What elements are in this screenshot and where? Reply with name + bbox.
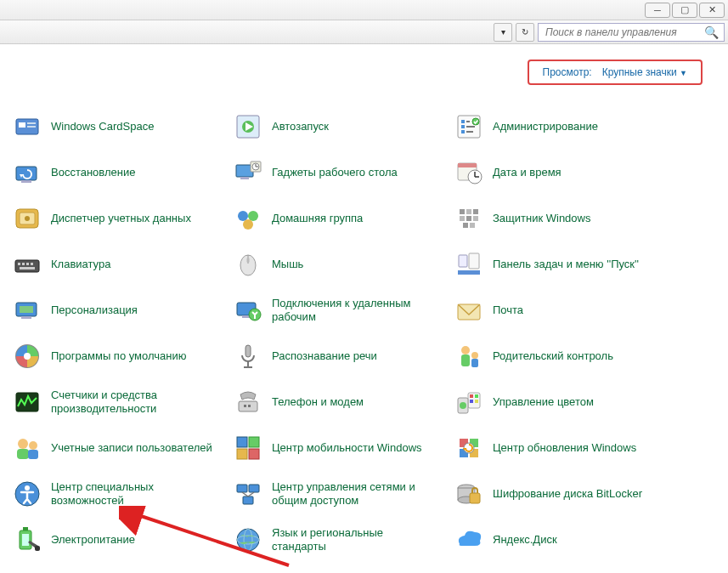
- svg-rect-71: [248, 405, 251, 407]
- svg-point-60: [24, 353, 31, 360]
- svg-rect-80: [17, 449, 29, 459]
- item-recovery[interactable]: Восстановление: [8, 155, 229, 190]
- item-label: Центр обновления Windows: [493, 441, 636, 455]
- item-label: Дата и время: [493, 166, 562, 179]
- item-label: Гаджеты рабочего стола: [272, 166, 398, 179]
- search-input[interactable]: [544, 26, 704, 39]
- svg-rect-44: [31, 263, 33, 265]
- svg-rect-97: [243, 496, 253, 504]
- item-admin-tools[interactable]: Администрирование: [450, 109, 671, 145]
- homegroup-icon: [233, 203, 263, 234]
- item-mail[interactable]: Почта: [450, 292, 671, 328]
- item-date-time[interactable]: Дата и время: [450, 155, 671, 190]
- item-default-programs[interactable]: Программы по умолчанию: [8, 338, 229, 374]
- svg-rect-84: [249, 437, 259, 447]
- svg-rect-33: [466, 209, 471, 214]
- item-windows-update[interactable]: Центр обновления Windows: [450, 430, 671, 466]
- defender-icon: [454, 203, 484, 234]
- svg-rect-13: [21, 180, 31, 183]
- item-mouse[interactable]: Мышь: [229, 247, 450, 282]
- item-parental[interactable]: Родительский контроль: [450, 338, 671, 374]
- item-label: Восстановление: [51, 166, 135, 179]
- item-label: Клавиатура: [51, 258, 110, 271]
- item-phone-modem[interactable]: Телефон и модем: [229, 384, 450, 420]
- view-mode-value: Крупные значки: [602, 66, 677, 78]
- item-bitlocker[interactable]: Шифрование диска BitLocker: [450, 476, 671, 512]
- item-region-language[interactable]: Язык и региональные стандарты: [229, 522, 450, 558]
- item-ease-of-access[interactable]: Центр специальных возможностей: [8, 476, 229, 512]
- svg-rect-86: [249, 449, 259, 459]
- svg-rect-41: [18, 263, 20, 265]
- svg-rect-105: [23, 527, 28, 530]
- item-network-center[interactable]: Центр управления сетями и общим доступом: [229, 476, 450, 512]
- refresh-button[interactable]: ↻: [516, 23, 534, 42]
- item-label: Электропитание: [51, 533, 135, 547]
- mouse-icon: [233, 249, 263, 280]
- svg-rect-42: [22, 263, 25, 265]
- mail-icon: [454, 295, 484, 326]
- item-label: Персонализация: [51, 304, 138, 317]
- minimize-button[interactable]: ─: [645, 3, 670, 18]
- svg-line-99: [248, 492, 254, 496]
- admin-tools-icon: [454, 111, 484, 142]
- svg-rect-36: [466, 216, 471, 221]
- search-icon[interactable]: 🔍: [704, 26, 719, 39]
- item-label: Почта: [493, 304, 523, 317]
- item-label: Автозапуск: [272, 120, 329, 133]
- item-label: Панель задач и меню ''Пуск'': [493, 258, 639, 271]
- item-label: Яндекс.Диск: [493, 533, 557, 547]
- power-icon: [12, 525, 42, 555]
- item-color[interactable]: Управление цветом: [450, 384, 671, 420]
- item-defender[interactable]: Защитник Windows: [450, 201, 671, 236]
- svg-rect-2: [27, 122, 36, 124]
- color-icon: [454, 387, 484, 417]
- parental-icon: [454, 341, 484, 372]
- toolbar: ▾ ↻ 🔍: [0, 20, 728, 44]
- item-keyboard[interactable]: Клавиатура: [8, 247, 229, 282]
- maximize-button[interactable]: ▢: [672, 3, 697, 18]
- item-label: Администрирование: [493, 120, 598, 133]
- remote-icon: [233, 295, 263, 326]
- svg-point-30: [248, 211, 258, 221]
- item-autoplay[interactable]: Автозапуск: [229, 109, 450, 145]
- item-label: Телефон и модем: [272, 395, 364, 409]
- search-box[interactable]: 🔍: [538, 23, 725, 42]
- svg-rect-50: [469, 253, 479, 269]
- item-label: Распознавание речи: [272, 349, 377, 363]
- titlebar: ─ ▢ ✕: [0, 0, 728, 20]
- view-mode-dropdown[interactable]: Крупные значки ▼: [602, 66, 687, 78]
- svg-point-28: [25, 216, 30, 221]
- autoplay-icon: [233, 111, 263, 142]
- svg-rect-32: [460, 209, 465, 214]
- svg-point-29: [238, 211, 248, 221]
- close-button[interactable]: ✕: [699, 3, 725, 18]
- item-remote-desktop[interactable]: Подключения к удаленным рабочим: [229, 292, 450, 328]
- toolbar-dropdown-button[interactable]: ▾: [494, 23, 512, 42]
- svg-rect-73: [470, 394, 473, 398]
- item-label: Шифрование диска BitLocker: [493, 487, 642, 501]
- keyboard-icon: [12, 249, 42, 280]
- item-user-accounts[interactable]: Учетные записи пользователей: [8, 430, 229, 466]
- item-label: Подключения к удаленным рабочим: [272, 297, 433, 325]
- item-performance[interactable]: Счетчики и средства производительности: [8, 384, 229, 420]
- item-gadgets[interactable]: Гаджеты рабочего стола: [229, 155, 450, 190]
- item-power[interactable]: Электропитание: [8, 522, 229, 558]
- item-label: Язык и региональные стандарты: [272, 526, 433, 554]
- svg-rect-85: [237, 449, 247, 459]
- recovery-icon: [12, 157, 42, 188]
- item-cardspace[interactable]: Windows CardSpace: [8, 109, 229, 145]
- item-personalization[interactable]: Персонализация: [8, 292, 229, 328]
- item-credential-manager[interactable]: Диспетчер учетных данных: [8, 201, 229, 236]
- svg-point-64: [461, 346, 470, 355]
- item-homegroup[interactable]: Домашняя группа: [229, 201, 450, 236]
- taskbar-icon: [454, 249, 484, 280]
- item-mobility-center[interactable]: Центр мобильности Windows: [229, 430, 450, 466]
- svg-rect-65: [461, 355, 470, 366]
- network-icon: [233, 479, 263, 509]
- item-yandex-disk[interactable]: Яндекс.Диск: [450, 522, 671, 558]
- item-taskbar[interactable]: Панель задач и меню ''Пуск'': [450, 247, 671, 282]
- view-bar: Просмотр: Крупные значки ▼: [0, 44, 728, 92]
- item-speech[interactable]: Распознавание речи: [229, 338, 450, 374]
- item-label: Программы по умолчанию: [51, 349, 186, 363]
- svg-line-98: [242, 492, 248, 496]
